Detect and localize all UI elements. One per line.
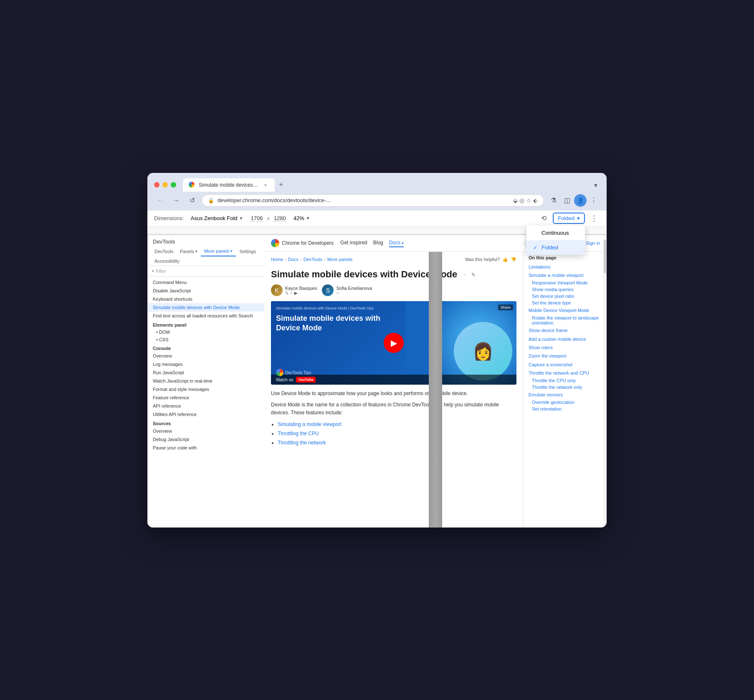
extensions-icon[interactable]: ⬖	[533, 197, 538, 204]
author-links-sofia: ○	[336, 291, 372, 295]
devtools-nav-pause-code[interactable]: Pause your code with	[148, 444, 264, 452]
devtools-tab-devtools[interactable]: DevTools	[151, 247, 177, 256]
toc-show-rulers[interactable]: Show rulers	[529, 343, 602, 352]
fold-button[interactable]: Folded ▾	[553, 213, 585, 224]
fold-option-folded[interactable]: ✓ Folded	[526, 240, 585, 255]
author-twitter-icon[interactable]: 𝕏	[285, 291, 288, 295]
devtools-nav-api-ref[interactable]: API reference	[148, 402, 264, 410]
devtools-nav-watch-js[interactable]: Watch JavaScript in real-time	[148, 377, 264, 385]
toc-override-geolocation[interactable]: Override geolocation	[529, 399, 602, 406]
devtools-nav-debug-js[interactable]: Debug JavaScript	[148, 435, 264, 444]
article-para-2: Device Mode is the name for a collection…	[271, 401, 516, 417]
lab-icon[interactable]: ⚗	[547, 194, 560, 207]
bookmark-article-icon[interactable]: ⬝	[460, 271, 468, 279]
toc-throttle-network[interactable]: Throttle the network only	[529, 384, 602, 391]
toc-throttle-cpu[interactable]: Throttle the CPU only	[529, 377, 602, 384]
chrome-devs-logo[interactable]: Chrome for Developers	[271, 239, 334, 247]
video-share-button[interactable]: Share	[498, 304, 513, 310]
hide-icon[interactable]: ◎	[519, 197, 524, 204]
devtools-tab-accessibility[interactable]: Accessibility	[151, 256, 183, 266]
video-container[interactable]: Simulate mobile devices with Device Mode…	[271, 301, 516, 385]
author-github-icon[interactable]: ○	[290, 291, 293, 295]
rotate-button[interactable]: ⟲	[538, 213, 549, 224]
toc-pixel-ratio[interactable]: Set device pixel ratio	[529, 293, 602, 299]
site-nav-get-inspired[interactable]: Get inspired	[340, 239, 367, 247]
author-rss-icon[interactable]: ▶	[294, 291, 298, 295]
toc-mobile-viewport-mode[interactable]: Mobile Device Viewport Mode	[529, 306, 602, 314]
breadcrumb-devtools[interactable]: DevTools	[304, 257, 322, 262]
devtools-tab-more-panels[interactable]: More panels ▾	[201, 246, 236, 256]
cast-icon[interactable]: ⬙	[513, 197, 518, 204]
breadcrumb-more-panels[interactable]: More panels	[327, 257, 353, 262]
toc-limitations[interactable]: Limitations	[529, 263, 602, 271]
devtools-nav-run-js[interactable]: Run JavaScript	[148, 368, 264, 377]
devtools-nav-find-text[interactable]: Find text across all loaded resources wi…	[148, 312, 264, 320]
toc-rotate-viewport[interactable]: Rotate the viewport to landscape orienta…	[529, 314, 602, 326]
maximize-traffic-light[interactable]	[171, 182, 176, 188]
device-selector[interactable]: Asus Zenbook Fold ▼	[191, 215, 243, 221]
devtools-nav-keyboard-shortcuts[interactable]: Keyboard shortcuts	[148, 295, 264, 303]
scroll-thumb[interactable]	[604, 252, 606, 273]
link-simulating-viewport[interactable]: Simulating a mobile viewport	[278, 421, 342, 427]
title-icons: ⬝ ✎	[460, 271, 477, 279]
toc-show-device-frame[interactable]: Show device frame	[529, 326, 602, 335]
author-github-icon-sofia[interactable]: ○	[336, 291, 339, 295]
video-main-title: Simulate mobile devices with Device Mode	[276, 314, 401, 333]
toc-emulate-sensors[interactable]: Emulate sensors	[529, 391, 602, 399]
video-play-button[interactable]: ▶	[384, 333, 404, 353]
devtools-nav-overview[interactable]: Overview	[148, 352, 264, 360]
site-nav-blog[interactable]: Blog	[373, 239, 383, 247]
device-width[interactable]: 1706	[250, 215, 263, 222]
devtools-nav-utilities-ref[interactable]: Utilities API reference	[148, 410, 264, 418]
edit-icon[interactable]: ✎	[470, 271, 477, 279]
bookmark-icon[interactable]: ☆	[526, 197, 531, 204]
back-button[interactable]: ←	[154, 194, 167, 207]
devtools-nav-command-menu[interactable]: Command Menu	[148, 278, 264, 287]
thumbs-down-icon[interactable]: 👎	[511, 257, 516, 262]
close-traffic-light[interactable]	[154, 182, 159, 188]
devtools-nav: Command Menu Disable JavaScript Keyboard…	[148, 276, 264, 528]
toc-simulate-viewport[interactable]: Simulate a mobile viewport	[529, 271, 602, 279]
scroll-track[interactable]	[603, 252, 607, 528]
active-tab[interactable]: Simulate mobile devices with ×	[183, 178, 275, 192]
profile-icon[interactable]: 👤	[574, 194, 587, 207]
zoom-selector[interactable]: 42% ▼	[294, 215, 310, 221]
thumbs-up-icon[interactable]: 👍	[502, 257, 508, 262]
tab-close-button[interactable]: ×	[262, 182, 269, 188]
devtools-tab-panels[interactable]: Panels ▾	[177, 247, 201, 256]
toc-zoom-viewport[interactable]: Zoom the viewport	[529, 352, 602, 360]
refresh-button[interactable]: ↺	[186, 194, 198, 207]
devtools-nav-sources-overview[interactable]: Overview	[148, 427, 264, 435]
toc-show-media-queries[interactable]: Show media queries	[529, 286, 602, 293]
signin-label[interactable]: Sign in	[586, 241, 600, 246]
devtools-nav-simulate-mobile[interactable]: Simulate mobile devices with Device Mode	[148, 303, 264, 312]
device-height[interactable]: 1280	[273, 215, 287, 222]
link-throttle-cpu[interactable]: Throttling the CPU	[278, 431, 319, 436]
split-icon[interactable]: ◫	[561, 194, 573, 207]
url-bar[interactable]: 🔒 developer.chrome.com/docs/devtools/dev…	[202, 194, 544, 207]
devtools-nav-css[interactable]: • CSS	[148, 336, 264, 343]
devtools-nav-dom[interactable]: • DOM	[148, 328, 264, 336]
toc-device-type[interactable]: Set the device type	[529, 299, 602, 306]
devtools-nav-log-messages[interactable]: Log messages	[148, 360, 264, 368]
device-more-button[interactable]: ⋮	[588, 213, 600, 224]
site-nav-docs[interactable]: Docs ▾	[389, 239, 404, 247]
toc-add-custom-device[interactable]: Add a custom mobile device	[529, 335, 602, 343]
more-menu-icon[interactable]: ⋮	[587, 194, 600, 207]
devtools-nav-format-messages[interactable]: Format and style messages	[148, 385, 264, 393]
toc-responsive-viewport[interactable]: Responsive Viewport Mode	[529, 279, 602, 286]
tab-menu-button[interactable]: ▾	[592, 179, 600, 192]
devtools-nav-feature-ref[interactable]: Feature reference	[148, 393, 264, 402]
new-tab-button[interactable]: +	[275, 178, 288, 192]
toc-throttle-network-cpu[interactable]: Throttle the network and CPU	[529, 369, 602, 377]
link-throttle-network[interactable]: Throttling the network	[278, 440, 326, 446]
devtools-nav-disable-js[interactable]: Disable JavaScript	[148, 287, 264, 295]
minimize-traffic-light[interactable]	[162, 182, 168, 188]
toc-capture-screenshot[interactable]: Capture a screenshot	[529, 360, 602, 369]
toc-set-orientation[interactable]: Set orientation	[529, 406, 602, 412]
breadcrumb-home[interactable]: Home	[271, 257, 283, 262]
forward-button[interactable]: →	[170, 194, 182, 207]
fold-option-continuous[interactable]: Continuous	[526, 226, 585, 240]
devtools-tab-settings[interactable]: Settings	[236, 247, 259, 256]
breadcrumb-docs[interactable]: Docs	[288, 257, 299, 262]
